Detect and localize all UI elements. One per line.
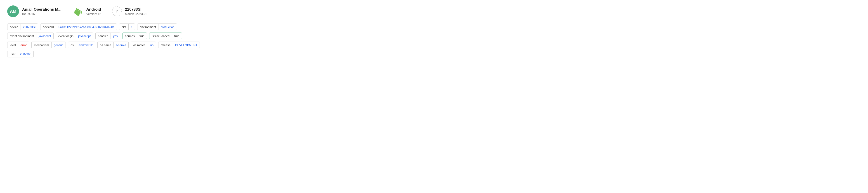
tag-row-3: userid:0x966 xyxy=(7,51,427,57)
svg-line-5 xyxy=(76,8,77,9)
tags-area: device220733SIdeviceId5a131122-b212-4b5c… xyxy=(7,24,427,57)
tag-key: handled xyxy=(96,34,111,38)
tag-item[interactable]: handledyes xyxy=(95,33,120,39)
tag-value: true xyxy=(137,34,147,38)
tag-item[interactable]: hermestrue xyxy=(123,33,147,39)
platform-version: Version: 12 xyxy=(86,12,101,15)
android-icon xyxy=(72,6,83,17)
tag-value: 220733SI xyxy=(21,25,38,29)
tag-value: id:0x966 xyxy=(18,53,33,56)
device-model-label: Model: xyxy=(125,12,134,15)
tag-value: javascript xyxy=(36,34,53,38)
user-info: AM Anjali Operations M... ID: 0x966 xyxy=(7,5,61,17)
tag-value: true xyxy=(172,34,182,38)
svg-rect-3 xyxy=(77,15,78,16)
tag-item[interactable]: os.nameAndroid xyxy=(97,41,129,49)
tag-value: DEVELOPMENT xyxy=(173,43,199,47)
svg-line-6 xyxy=(79,8,79,9)
device-details: 220733SI Model: 220733SI xyxy=(125,7,147,15)
tag-item[interactable]: levelerror xyxy=(7,41,29,49)
tag-key: level xyxy=(7,43,18,47)
tag-value: error xyxy=(18,43,29,47)
tag-row-2: levelerrormechanismgenericosAndroid 12os… xyxy=(7,41,427,49)
version-value: 12 xyxy=(98,12,101,15)
device-model-value: 220733SI xyxy=(135,12,147,15)
tag-item[interactable]: event.originjavascript xyxy=(56,33,93,39)
tag-value: no xyxy=(148,43,156,47)
tag-key: os.rooted xyxy=(131,43,148,47)
tag-key: deviceId xyxy=(40,25,56,29)
tag-key: dist xyxy=(119,25,128,29)
user-name: Anjali Operations M... xyxy=(22,7,61,12)
tag-item[interactable]: environmentproduction xyxy=(137,24,177,30)
platform-details: Android Version: 12 xyxy=(86,7,101,15)
tag-value: production xyxy=(158,25,177,29)
tag-value: generic xyxy=(52,43,66,47)
tag-item[interactable]: deviceId5a131122-b212-4b5c-8834-6887934a… xyxy=(40,24,117,30)
user-id-value: 0x966 xyxy=(27,12,35,15)
tag-value: javascript xyxy=(76,34,93,38)
tag-item[interactable]: osAndroid 12 xyxy=(68,41,95,49)
tag-item[interactable]: os.rootedno xyxy=(131,41,156,49)
tag-row-0: device220733SIdeviceId5a131122-b212-4b5c… xyxy=(7,24,427,30)
tag-key: device xyxy=(7,25,21,29)
device-unknown-icon: ? xyxy=(112,6,122,16)
avatar: AM xyxy=(7,5,19,17)
header-section: AM Anjali Operations M... ID: 0x966 Andr… xyxy=(7,5,427,17)
tag-key: release xyxy=(158,43,173,47)
tag-key: event.environment xyxy=(7,34,36,38)
tag-item[interactable]: device220733SI xyxy=(7,24,38,30)
tag-key: isSideLoaded xyxy=(149,34,172,38)
tag-value: 1 xyxy=(129,25,135,29)
user-details: Anjali Operations M... ID: 0x966 xyxy=(22,7,61,15)
tag-item[interactable]: dist1 xyxy=(119,24,135,30)
platform-name: Android xyxy=(86,7,101,12)
user-id: ID: 0x966 xyxy=(22,12,61,15)
tag-item[interactable]: releaseDEVELOPMENT xyxy=(158,41,200,49)
svg-rect-4 xyxy=(78,15,79,16)
tag-value: Android 12 xyxy=(76,43,95,47)
tag-key: hermes xyxy=(123,34,137,38)
tag-key: environment xyxy=(137,25,158,29)
tag-item[interactable]: event.environmentjavascript xyxy=(7,33,54,39)
device-model: Model: 220733SI xyxy=(125,12,147,15)
tag-value: Android xyxy=(114,43,128,47)
device-info: ? 220733SI Model: 220733SI xyxy=(112,6,147,16)
tag-value: yes xyxy=(111,34,120,38)
version-label: Version: xyxy=(86,12,97,15)
device-name: 220733SI xyxy=(125,7,147,12)
tag-key: os xyxy=(68,43,76,47)
tag-key: os.name xyxy=(98,43,114,47)
svg-point-2 xyxy=(78,10,79,11)
tag-item[interactable]: userid:0x966 xyxy=(7,51,34,57)
platform-info: Android Version: 12 xyxy=(72,6,101,17)
svg-point-1 xyxy=(76,10,77,11)
user-id-label: ID: xyxy=(22,12,26,15)
tag-item[interactable]: isSideLoadedtrue xyxy=(149,33,182,39)
tag-value: 5a131122-b212-4b5c-8834-6887934a628c xyxy=(56,25,117,29)
tag-key: user xyxy=(7,53,18,56)
tag-key: mechanism xyxy=(32,43,51,47)
tag-key: event.origin xyxy=(56,34,76,38)
tag-item[interactable]: mechanismgeneric xyxy=(31,41,66,49)
tag-row-1: event.environmentjavascriptevent.originj… xyxy=(7,33,427,39)
